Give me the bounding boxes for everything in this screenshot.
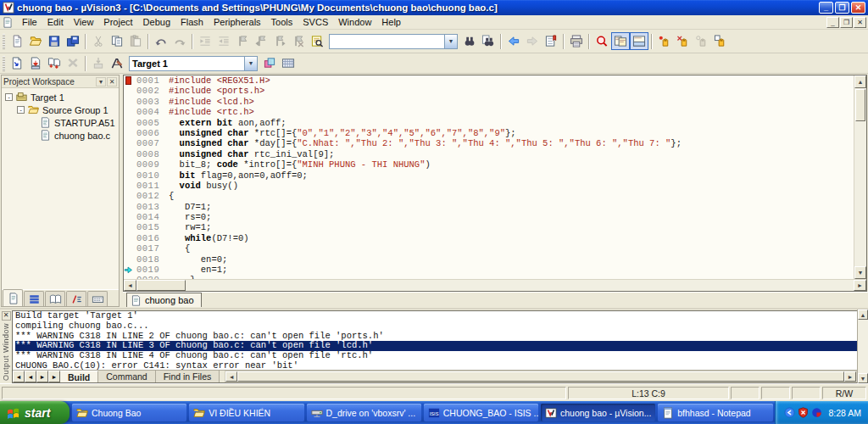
scroll-down-icon[interactable]: ▼ (854, 266, 866, 279)
rebuild-all-button[interactable] (45, 54, 64, 72)
configure-flash-button[interactable] (279, 54, 298, 72)
code-line-0017[interactable]: 0017 { (124, 243, 854, 254)
mdi-minimize-button[interactable]: _ (826, 17, 839, 28)
editor-margin[interactable] (124, 181, 135, 191)
editor-margin[interactable] (124, 149, 135, 159)
taskbar-item-vi-i-u-khi-n[interactable]: VI ĐIỀU KHIỂN (189, 404, 303, 421)
find-in-files-button[interactable] (479, 32, 498, 50)
tree-item-startup-a51[interactable]: STARTUP.A51 (3, 116, 119, 129)
scrollbar-thumb[interactable] (855, 89, 865, 121)
close-button[interactable]: ✕ (851, 2, 865, 14)
zoom-button[interactable] (593, 32, 611, 50)
mdi-close-button[interactable]: ✕ (854, 17, 866, 28)
dropdown-arrow-icon[interactable]: ▼ (444, 35, 457, 48)
print-button[interactable] (567, 32, 586, 50)
taskbar-item-bfhhasd-notepad[interactable]: bfhhasd - Notepad (658, 404, 772, 421)
workspace-tab-regs[interactable] (24, 291, 44, 306)
target-options-button[interactable] (108, 54, 126, 72)
editor-horizontal-scrollbar[interactable]: ◄ ► (124, 279, 866, 291)
scroll-up-icon[interactable]: ▲ (854, 75, 866, 88)
editor-margin[interactable] (124, 202, 135, 212)
back-button[interactable] (504, 32, 523, 50)
code-line-0015[interactable]: 0015 rw=1; (124, 222, 854, 232)
code-line-0002[interactable]: 0002#include <ports.h> (124, 86, 854, 96)
tab-scroll-last-icon[interactable]: ► (48, 371, 60, 382)
code-line-0018[interactable]: 0018 en=0; (124, 254, 854, 265)
menu-flash[interactable]: Flash (175, 16, 209, 28)
menu-file[interactable]: File (17, 16, 42, 28)
toolbar-grip[interactable] (3, 34, 5, 49)
code-line-0001[interactable]: 0001#include <REGX51.H> (124, 75, 854, 86)
minimize-button[interactable]: _ (819, 2, 833, 14)
scrollbar-thumb[interactable] (237, 371, 844, 382)
output-close-button[interactable]: ✕ (2, 311, 11, 321)
insert-breakpoint-button[interactable] (655, 32, 674, 50)
code-line-0006[interactable]: 0006 unsigned char *rtc[]={"0","1","2","… (124, 128, 854, 138)
code-area[interactable]: 0001#include <REGX51.H>0002#include <por… (124, 75, 854, 279)
editor-margin[interactable] (124, 107, 135, 117)
code-line-0013[interactable]: 0013 D7=1; (124, 202, 854, 212)
project-window-button[interactable] (611, 32, 630, 50)
tab-scroll-prev-icon[interactable]: ◄ (25, 371, 36, 382)
editor-vertical-scrollbar[interactable]: ▲ ▼ (854, 75, 866, 279)
code-line-0012[interactable]: 0012{ (124, 191, 854, 201)
find-in-doc-button[interactable] (308, 32, 326, 50)
workspace-tab-books[interactable] (45, 291, 65, 306)
code-line-0005[interactable]: 0005 extern bit aon,aoff; (124, 118, 854, 128)
code-line-0011[interactable]: 0011 void busy() (124, 181, 854, 191)
expander-icon[interactable]: - (17, 106, 25, 114)
start-button[interactable]: start (0, 401, 70, 424)
menu-window[interactable]: Window (333, 16, 376, 28)
menu-tools[interactable]: Tools (266, 16, 298, 28)
workspace-close-button[interactable]: ✕ (107, 77, 117, 86)
scroll-up-icon[interactable]: ▲ (858, 310, 868, 320)
build-message[interactable]: CHUONG BAO.C(10): error C141: syntax err… (15, 361, 857, 370)
tab-scroll-next-icon[interactable]: ► (36, 371, 48, 382)
output-horizontal-scrollbar[interactable]: ◄ ► (225, 371, 857, 382)
save-button[interactable] (45, 32, 64, 50)
editor-margin[interactable] (124, 275, 135, 279)
tray-shield-icon[interactable] (798, 407, 809, 418)
output-tab-build[interactable]: Build (60, 371, 98, 382)
code-line-0004[interactable]: 0004#include <rtc.h> (124, 107, 854, 117)
editor-margin[interactable] (124, 138, 135, 148)
kill-breakpoints-button[interactable] (674, 32, 693, 50)
menu-view[interactable]: View (69, 16, 99, 28)
code-line-0019[interactable]: 0019 en=1; (124, 265, 854, 275)
code-line-0010[interactable]: 0010 bit flag=0,aon=0,aOff=0; (124, 170, 854, 181)
editor-margin[interactable] (124, 212, 135, 222)
output-tab-command[interactable]: Command (98, 371, 155, 382)
scroll-left-icon[interactable]: ◄ (124, 280, 136, 291)
find-combo[interactable]: ▼ (329, 34, 458, 49)
taskbar-item-chuong-bao-vision-[interactable]: chuong bao - µVision... (541, 404, 655, 421)
code-line-0008[interactable]: 0008 unsigned char rtc_ini_val[9]; (124, 149, 854, 159)
menu-peripherals[interactable]: Peripherals (209, 16, 266, 28)
code-line-0003[interactable]: 0003#include <lcd.h> (124, 97, 854, 107)
editor-margin[interactable] (124, 265, 135, 275)
editor-margin[interactable] (124, 118, 135, 128)
menu-svcs[interactable]: SVCS (298, 16, 333, 28)
save-all-button[interactable] (64, 32, 82, 50)
menu-edit[interactable]: Edit (42, 16, 69, 28)
editor-margin[interactable] (124, 222, 135, 232)
new-file-button[interactable] (8, 32, 26, 50)
editor-margin[interactable] (124, 97, 135, 107)
build-message[interactable]: compiling chuong bao.c... (15, 321, 857, 332)
code-line-0016[interactable]: 0016 while(D7!=0) (124, 233, 854, 243)
scroll-right-icon[interactable]: ► (854, 280, 866, 291)
scroll-right-icon[interactable]: ► (844, 371, 856, 382)
editor-margin[interactable] (124, 159, 135, 170)
workspace-tab-functions[interactable] (66, 291, 86, 306)
editor-margin[interactable] (124, 86, 135, 96)
output-window-button[interactable] (630, 32, 648, 50)
menu-project[interactable]: Project (98, 16, 137, 28)
taskbar-item-chuong-bao-isis-[interactable]: ISISCHUONG_BAO - ISIS ... (424, 404, 538, 421)
manage-components-button[interactable] (260, 54, 279, 72)
code-line-0009[interactable]: 0009 bit_8; code *intro[]={"MINH PHUNG -… (124, 159, 854, 170)
translate-button[interactable] (8, 54, 26, 72)
dropdown-arrow-icon[interactable]: ▼ (244, 57, 257, 70)
scroll-left-icon[interactable]: ◄ (225, 371, 237, 382)
editor-margin[interactable] (124, 75, 135, 86)
workspace-pin-button[interactable]: ▾ (96, 77, 106, 86)
open-file-button[interactable] (26, 32, 45, 50)
